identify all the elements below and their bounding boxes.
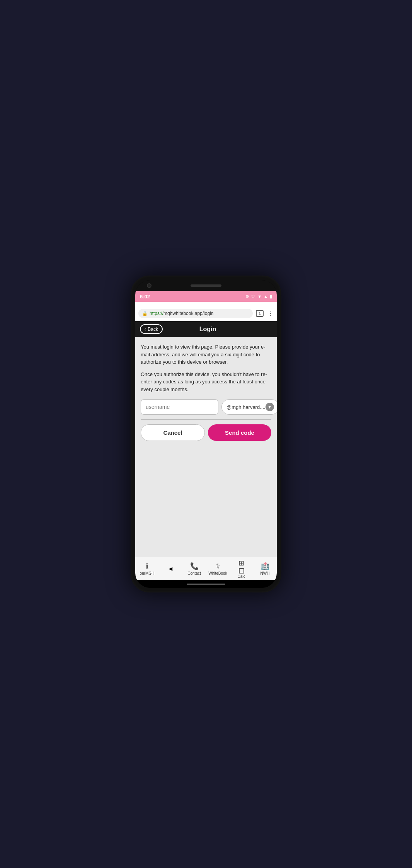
back-button[interactable]: ‹ Back	[140, 324, 163, 334]
status-icons: ⚙ 🛡 ▼ ▲ ▮	[245, 294, 272, 299]
home-bar-line	[187, 584, 225, 585]
nav-item-nwh[interactable]: 🏥 NWH	[253, 562, 277, 575]
chevron-left-icon: ‹	[145, 326, 146, 332]
phone-frame: 6:02 ⚙ 🛡 ▼ ▲ ▮ 🔒 https://mghwhitebook.ap…	[131, 276, 281, 592]
nav-item-contact[interactable]: 📞 Contact	[182, 562, 206, 575]
url-domain: mghwhitebook.app	[163, 311, 203, 316]
description-1: You must login to view this page. Please…	[141, 343, 271, 366]
input-row: @mgh.harvard.... ▼	[141, 399, 271, 415]
whitebook-label: WhiteBook	[208, 571, 227, 575]
contact-label: Contact	[187, 571, 201, 575]
login-form: @mgh.harvard.... ▼ Cancel Send code	[141, 399, 271, 441]
nav-item-calc[interactable]: ⊞ Calc	[230, 559, 253, 579]
settings-icon: ⚙	[245, 294, 249, 299]
ourmgh-label: ourMGH	[140, 571, 155, 575]
url-text: https://mghwhitebook.app/login	[150, 311, 249, 316]
nav-back-arrow-icon: ◄	[167, 565, 174, 572]
tab-count[interactable]: 1	[256, 310, 264, 317]
send-code-button[interactable]: Send code	[208, 424, 271, 441]
nav-item-ourmgh[interactable]: ℹ ourMGH	[135, 562, 159, 575]
dropdown-arrow-icon: ▼	[266, 403, 274, 411]
bottom-nav: ℹ ourMGH ◄ 📞 Contact ⚕ WhiteBook ⊞ Calc …	[135, 556, 277, 580]
lock-icon: 🔒	[142, 311, 148, 316]
form-divider	[141, 419, 271, 420]
username-input[interactable]	[141, 399, 218, 415]
speaker	[191, 284, 221, 287]
calc-icon: ⊞	[238, 559, 244, 567]
nav-square-icon	[239, 568, 244, 574]
url-highlight: https://	[150, 311, 163, 316]
content-area: You must login to view this page. Please…	[135, 337, 277, 556]
domain-value: @mgh.harvard....	[226, 404, 266, 410]
domain-select[interactable]: @mgh.harvard.... ▼	[221, 399, 277, 415]
ourmgh-icon: ℹ	[146, 562, 148, 570]
description-2: Once you authorize this device, you shou…	[141, 371, 271, 393]
app-bar: ‹ Back Login	[135, 321, 277, 337]
phone-notch	[135, 280, 277, 291]
home-bar	[135, 580, 277, 588]
nav-item-whitebook[interactable]: ⚕ WhiteBook	[206, 562, 230, 575]
phone-screen: 6:02 ⚙ 🛡 ▼ ▲ ▮ 🔒 https://mghwhitebook.ap…	[135, 280, 277, 588]
address-bar-row: 🔒 https://mghwhitebook.app/login 1 ⋮	[138, 308, 274, 319]
battery-icon: ▮	[270, 294, 272, 299]
status-time: 6:02	[140, 294, 150, 300]
calc-label: Calc	[237, 574, 245, 579]
button-row: Cancel Send code	[141, 424, 271, 441]
login-description: You must login to view this page. Please…	[141, 343, 271, 393]
menu-dots-icon[interactable]: ⋮	[267, 310, 274, 317]
wifi-icon: ▼	[257, 294, 262, 299]
back-label: Back	[148, 327, 158, 332]
page-title: Login	[163, 326, 253, 333]
shield-icon: 🛡	[251, 294, 255, 299]
browser-chrome: 🔒 https://mghwhitebook.app/login 1 ⋮	[135, 302, 277, 321]
signal-icon: ▲	[264, 294, 268, 299]
front-camera	[147, 283, 152, 288]
nwh-icon: 🏥	[261, 562, 269, 570]
whitebook-icon: ⚕	[216, 562, 220, 570]
status-bar: 6:02 ⚙ 🛡 ▼ ▲ ▮	[135, 291, 277, 302]
contact-icon: 📞	[190, 562, 199, 570]
browser-actions: 1 ⋮	[256, 310, 274, 317]
nav-item-back[interactable]: ◄	[159, 565, 182, 572]
address-bar[interactable]: 🔒 https://mghwhitebook.app/login	[138, 309, 253, 318]
nwh-label: NWH	[260, 571, 270, 575]
cancel-button[interactable]: Cancel	[141, 424, 205, 441]
url-path: /login	[203, 311, 214, 316]
